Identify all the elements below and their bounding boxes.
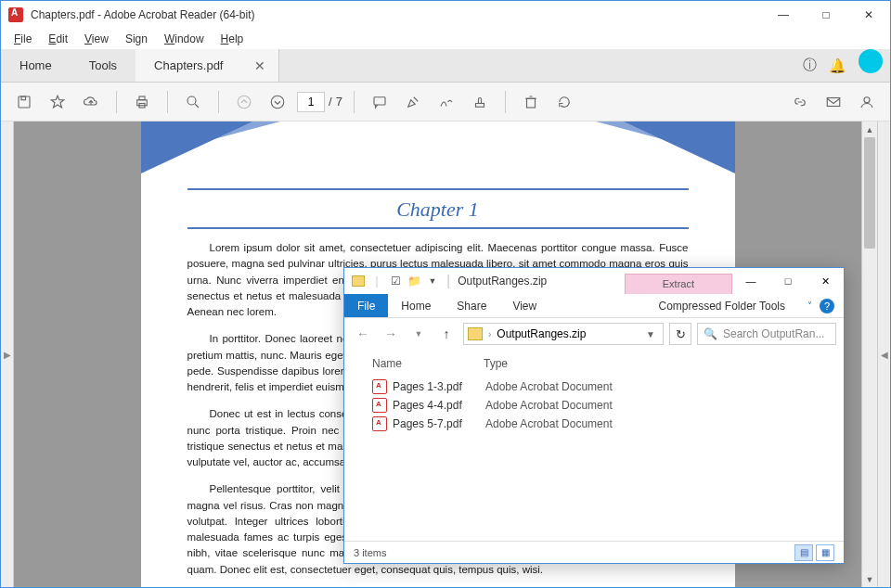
maximize-button[interactable]: □ [805, 1, 847, 29]
context-tab-extract[interactable]: Extract [625, 274, 732, 294]
breadcrumb-chevron-icon[interactable]: › [488, 329, 491, 339]
heading-rule [187, 188, 689, 190]
column-headers[interactable]: Name Type [372, 353, 844, 377]
delete-icon[interactable] [517, 88, 545, 116]
stamp-icon[interactable] [466, 88, 494, 116]
nav-back-icon[interactable]: ← [352, 323, 374, 345]
explorer-minimize-button[interactable]: ― [732, 268, 769, 294]
cloud-upload-icon[interactable] [77, 88, 105, 116]
sign-icon[interactable] [433, 88, 460, 116]
ribbon-expand-icon[interactable]: ˅ [807, 300, 812, 311]
file-type: Adobe Acrobat Document [485, 417, 613, 430]
file-type: Adobe Acrobat Document [485, 380, 613, 393]
page-down-icon[interactable] [264, 88, 291, 116]
left-pane-toggle[interactable]: ▶ [1, 121, 14, 587]
toolbar-separator [354, 91, 355, 113]
qat-separator: | [368, 273, 385, 289]
tab-document[interactable]: Chapters.pdf ✕ [136, 49, 279, 82]
nav-recent-icon[interactable]: ▼ [407, 323, 430, 345]
comment-icon[interactable] [366, 88, 394, 116]
titlebar: Chapters.pdf - Adobe Acrobat Reader (64-… [1, 1, 890, 29]
file-name: Pages 5-7.pdf [393, 417, 485, 430]
search-box[interactable]: 🔍 Search OutputRan... [697, 323, 836, 345]
file-type: Adobe Acrobat Document [485, 399, 613, 412]
bell-icon[interactable]: 🔔 [823, 49, 851, 82]
menu-file[interactable]: File [6, 31, 39, 47]
scroll-down-icon[interactable]: ▼ [862, 571, 877, 587]
menu-sign[interactable]: Sign [118, 31, 155, 47]
svg-rect-10 [475, 103, 484, 107]
tab-bar: Home Tools Chapters.pdf ✕ ⓘ 🔔 [1, 49, 890, 83]
link-icon[interactable] [786, 88, 814, 116]
highlight-icon[interactable] [399, 88, 427, 116]
column-name[interactable]: Name [372, 357, 484, 370]
ribbon-share[interactable]: Share [444, 294, 499, 317]
explorer-maximize-button[interactable]: □ [769, 268, 807, 294]
address-path[interactable]: OutputRanges.zip [497, 327, 586, 340]
vertical-scrollbar[interactable]: ▲ ▼ [861, 121, 877, 587]
save-icon[interactable] [10, 88, 38, 116]
tab-tools[interactable]: Tools [71, 49, 136, 82]
large-icons-view-icon[interactable]: ▦ [816, 544, 834, 561]
explorer-close-button[interactable]: ✕ [807, 268, 844, 294]
scroll-up-icon[interactable]: ▲ [862, 121, 877, 137]
user-avatar[interactable] [859, 49, 883, 73]
ribbon-view[interactable]: View [499, 294, 549, 317]
file-row[interactable]: Pages 4-4.pdf Adobe Acrobat Document [372, 396, 844, 415]
page-sep: / [329, 95, 332, 109]
mail-icon[interactable] [820, 88, 847, 116]
star-icon[interactable] [44, 88, 71, 116]
menu-edit[interactable]: Edit [41, 31, 75, 47]
page-number-input[interactable] [297, 92, 325, 112]
explorer-titlebar: | ☑ 📁 ▼ | OutputRanges.zip Extract ― □ ✕ [344, 268, 844, 294]
page-header-art [141, 121, 735, 179]
minimize-button[interactable]: ― [762, 1, 805, 29]
file-name: Pages 4-4.pdf [393, 399, 485, 412]
right-pane-toggle[interactable]: ◀ [877, 121, 890, 587]
pdf-file-icon [372, 398, 387, 413]
file-name: Pages 1-3.pdf [393, 380, 485, 393]
help-icon[interactable]: ? [820, 299, 834, 313]
ribbon-home[interactable]: Home [388, 294, 444, 317]
page-indicator: / 7 [297, 92, 342, 112]
menu-help[interactable]: Help [213, 31, 252, 47]
close-button[interactable]: ✕ [847, 1, 890, 29]
details-view-icon[interactable]: ▤ [794, 544, 813, 561]
address-bar[interactable]: › OutputRanges.zip ▼ [463, 323, 664, 345]
page-up-icon[interactable] [230, 88, 258, 116]
file-row[interactable]: Pages 5-7.pdf Adobe Acrobat Document [372, 415, 844, 433]
item-count: 3 items [354, 547, 386, 558]
people-icon[interactable] [853, 88, 881, 116]
scroll-thumb[interactable] [864, 137, 875, 249]
menu-window[interactable]: Window [157, 31, 212, 47]
zoom-icon[interactable] [179, 88, 207, 116]
nav-forward-icon[interactable]: → [380, 323, 402, 345]
heading-rule [187, 227, 689, 229]
print-icon[interactable] [128, 88, 156, 116]
qat-dropdown-icon[interactable]: ▼ [424, 273, 441, 289]
refresh-button[interactable]: ↻ [669, 323, 691, 345]
tab-home[interactable]: Home [1, 49, 71, 82]
ribbon-compressed-tools[interactable]: Compressed Folder Tools [645, 294, 798, 317]
svg-point-13 [864, 96, 870, 102]
svg-point-5 [187, 96, 196, 105]
rotate-icon[interactable] [550, 88, 578, 116]
new-folder-icon[interactable]: 📁 [406, 273, 422, 289]
column-type[interactable]: Type [484, 357, 508, 370]
svg-rect-12 [827, 97, 840, 106]
chapter-heading: Chapter 1 [187, 198, 689, 222]
tab-close-icon[interactable]: ✕ [251, 58, 269, 73]
nav-up-icon[interactable]: ↑ [435, 323, 458, 345]
file-list[interactable]: Name Type Pages 1-3.pdf Adobe Acrobat Do… [344, 350, 844, 541]
menu-view[interactable]: View [77, 31, 116, 47]
file-row[interactable]: Pages 1-3.pdf Adobe Acrobat Document [372, 377, 844, 396]
search-placeholder: Search OutputRan... [723, 327, 824, 340]
zip-folder-icon [468, 327, 483, 340]
help-icon[interactable]: ⓘ [795, 49, 823, 82]
svg-rect-3 [139, 96, 145, 100]
toolbar-separator [167, 91, 168, 113]
properties-icon[interactable]: ☑ [387, 273, 404, 289]
ribbon-file[interactable]: File [344, 294, 388, 317]
pdf-file-icon [372, 416, 387, 431]
address-dropdown-icon[interactable]: ▼ [642, 329, 659, 339]
